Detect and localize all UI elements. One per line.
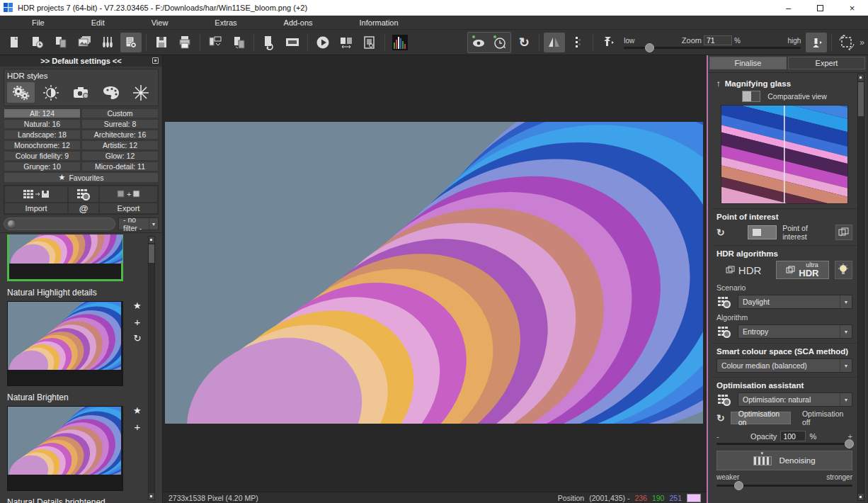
refresh-style-icon[interactable]: ↻ — [133, 334, 141, 343]
scroll-up-button[interactable] — [149, 237, 154, 243]
hdr-button[interactable]: HDR — [716, 264, 770, 276]
opacity-input[interactable] — [780, 431, 806, 441]
menu-extras[interactable]: Extras — [191, 18, 260, 27]
mirror-icon[interactable] — [544, 33, 565, 52]
realtime-preview-icon[interactable] — [489, 33, 510, 52]
maximize-button[interactable] — [804, 0, 836, 16]
scenario-select[interactable]: Daylight ▼ — [738, 295, 852, 309]
category-glow[interactable]: Glow: 12 — [81, 151, 159, 161]
post-processing-icon[interactable] — [120, 33, 142, 52]
filter-high-icon[interactable] — [806, 33, 827, 52]
batch-processing-icon[interactable] — [258, 33, 280, 52]
filter-low-icon[interactable] — [598, 33, 619, 52]
category-monochrome[interactable]: Monochrome: 12 — [4, 140, 81, 150]
tab-expert[interactable]: Expert — [788, 57, 865, 69]
opacity-minus[interactable]: - — [716, 432, 719, 441]
category-landscape[interactable]: Landscape: 18 — [4, 130, 81, 140]
scenario-dropdown-arrow-icon[interactable]: ▼ — [840, 295, 852, 308]
algorithm-dropdown-arrow-icon[interactable]: ▼ — [840, 325, 852, 338]
settings-scrollbar[interactable] — [857, 74, 864, 501]
play-slideshow-icon[interactable] — [312, 33, 333, 52]
zoom-slider[interactable] — [624, 47, 801, 49]
style-search-input[interactable] — [18, 220, 111, 228]
category-architecture[interactable]: Architecture: 16 — [81, 130, 159, 140]
style-search-box[interactable] — [4, 217, 115, 230]
scroll-down-button[interactable] — [149, 493, 154, 499]
filter-dropdown-arrow-icon[interactable]: ▼ — [149, 218, 158, 230]
import-button[interactable]: Import — [4, 203, 68, 214]
category-grunge[interactable]: Grunge: 10 — [4, 162, 81, 171]
category-micro-detail[interactable]: Micro-detail: 11 — [81, 162, 159, 171]
presets-header[interactable]: >> Default settings << — [40, 57, 121, 65]
copy-files-icon[interactable] — [228, 33, 249, 52]
category-natural[interactable]: Natural: 16 — [4, 119, 81, 129]
image-canvas[interactable] — [163, 55, 707, 492]
optimisation-on-button[interactable]: Optimisation on — [731, 412, 791, 424]
redo-icon[interactable]: ↻ — [513, 33, 535, 52]
sca-dropdown-arrow-icon[interactable]: ▼ — [840, 359, 852, 372]
new-project-icon[interactable] — [4, 33, 25, 52]
add-variant-icon[interactable]: + — [134, 422, 140, 432]
favourite-star-icon[interactable]: ★ — [133, 406, 142, 415]
category-artistic[interactable]: Artistic: 12 — [81, 140, 159, 150]
tab-finalise[interactable]: Finalise — [709, 57, 787, 69]
style-list-scrollbar[interactable] — [148, 236, 155, 500]
style-thumbnail[interactable] — [7, 406, 123, 491]
menu-addons[interactable]: Add-ons — [261, 18, 336, 27]
poi-refresh-icon[interactable]: ↻ — [716, 227, 725, 238]
ultra-hdr-button[interactable]: ultra HDR — [776, 261, 828, 279]
denoising-button[interactable]: Denoising — [716, 451, 852, 470]
menu-information[interactable]: Information — [336, 18, 422, 27]
category-colour-fidelity[interactable]: Colour fidelity: 9 — [4, 151, 81, 161]
toolbar-overflow-chevron[interactable]: » — [860, 38, 864, 47]
scroll-up-button[interactable] — [858, 74, 864, 81]
denoising-slider[interactable] — [716, 485, 852, 487]
styles-category-camera-icon[interactable] — [67, 82, 95, 103]
minimize-button[interactable]: – — [772, 0, 804, 16]
style-thumbnail-selected[interactable] — [7, 234, 123, 281]
magnifier-preview[interactable] — [721, 105, 848, 204]
style-preview-icon[interactable] — [68, 186, 99, 203]
fullscreen-view-icon[interactable] — [282, 33, 303, 52]
copy-import-icon[interactable] — [50, 33, 72, 52]
optimisation-refresh-icon[interactable]: ↻ — [716, 412, 725, 424]
dither-pattern-icon[interactable] — [567, 33, 588, 52]
zoom-slider-knob[interactable] — [645, 43, 654, 52]
styles-category-palette-icon[interactable] — [97, 82, 125, 103]
style-thumbnail[interactable] — [7, 301, 123, 386]
export-to-device-icon[interactable] — [205, 33, 226, 52]
export-icon[interactable]: + — [99, 186, 158, 203]
image-gallery-icon[interactable] — [74, 33, 95, 52]
comparative-view-toggle[interactable] — [742, 91, 760, 102]
histogram-icon[interactable] — [389, 33, 411, 52]
menu-view[interactable]: View — [128, 18, 192, 27]
image-frame-icon[interactable] — [359, 33, 380, 52]
filter-dropdown[interactable]: - no filter - ▼ — [118, 217, 159, 230]
crop-rotate-icon[interactable] — [836, 33, 857, 52]
scenario-presets-icon[interactable] — [716, 295, 732, 309]
category-surreal[interactable]: Surreal: 8 — [81, 119, 159, 129]
poi-toggle-button[interactable] — [748, 225, 777, 239]
optimisation-presets-icon[interactable] — [716, 392, 732, 407]
print-icon[interactable] — [174, 33, 195, 52]
at-button[interactable]: @ — [68, 203, 99, 214]
styles-category-gears-icon[interactable] — [7, 82, 35, 103]
opacity-slider[interactable] — [716, 443, 852, 445]
export-button[interactable]: Export — [99, 203, 158, 214]
history-icon[interactable] — [27, 33, 48, 52]
algorithm-select[interactable]: Entropy ▼ — [738, 324, 852, 339]
optimisation-select[interactable]: Optimisation: natural ▼ — [738, 392, 852, 407]
pin-icon[interactable] — [152, 57, 159, 64]
optimisation-off-button[interactable]: Optimisation off — [796, 409, 852, 426]
opacity-slider-knob[interactable] — [845, 439, 854, 448]
styles-category-sparkle-icon[interactable] — [127, 82, 155, 103]
optimisation-dropdown-arrow-icon[interactable]: ▼ — [840, 393, 852, 406]
main-image[interactable] — [165, 122, 703, 424]
exchange-image-icon[interactable] — [336, 33, 357, 52]
add-variant-icon[interactable]: + — [134, 317, 140, 327]
favourite-star-icon[interactable]: ★ — [133, 301, 142, 310]
scroll-thumb[interactable] — [858, 82, 864, 116]
lightbulb-icon[interactable] — [835, 261, 852, 279]
zoom-value-input[interactable] — [704, 35, 732, 45]
denoising-slider-knob[interactable] — [734, 481, 743, 490]
